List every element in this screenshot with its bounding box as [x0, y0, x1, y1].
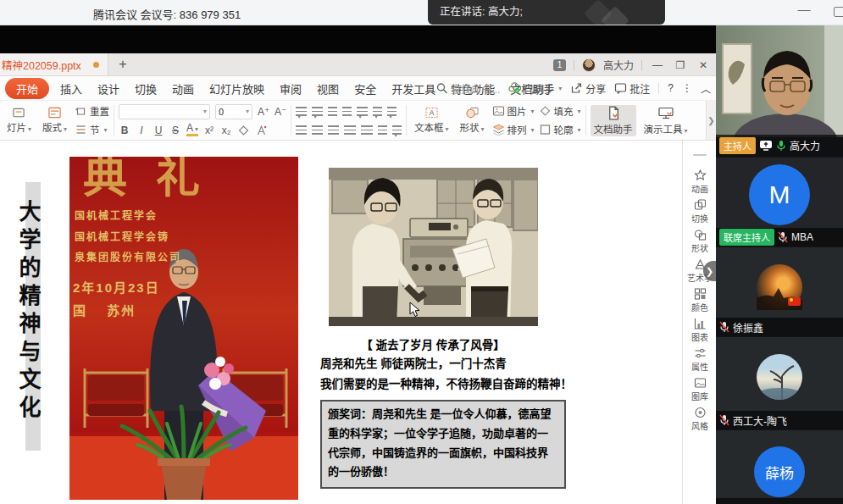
align-center-icon[interactable] — [312, 125, 323, 135]
text-direction-icon[interactable] — [357, 107, 368, 116]
indent-icon[interactable] — [342, 107, 352, 116]
line-spacing-icon[interactable] — [387, 107, 397, 116]
participant-tile-xueyang[interactable]: 薛杨 — [716, 430, 843, 504]
new-tab-button[interactable]: + — [108, 53, 137, 75]
presentation-tools-button[interactable]: 演示工具 — [641, 105, 691, 136]
align-right-icon[interactable] — [328, 125, 339, 135]
panel-item-colors[interactable]: 颜色 — [683, 288, 717, 313]
subscript-button[interactable]: x₂ — [220, 125, 232, 136]
columns-icon[interactable] — [373, 107, 382, 116]
document-tab[interactable]: 精神202059.pptx — [0, 53, 108, 75]
animation-icon — [694, 169, 707, 181]
outline-button[interactable]: 轮廓 — [539, 123, 581, 136]
arrange-button[interactable]: 排列 — [492, 123, 535, 136]
bold-button[interactable]: B — [119, 125, 130, 136]
align-left-icon[interactable] — [296, 125, 307, 135]
slide-canvas[interactable]: 大学的精神与文化 — [0, 141, 682, 504]
participant-tile-xuzhenxin[interactable]: 徐振鑫 — [716, 247, 843, 336]
panel-item-shapes[interactable]: 形状 — [683, 229, 717, 254]
ribbon-tab-security[interactable]: 安全 — [347, 77, 384, 100]
distribute-icon[interactable] — [361, 125, 373, 135]
ribbon-tab-home[interactable]: 开始 — [5, 78, 49, 99]
vertical-align-icon[interactable] — [378, 125, 387, 135]
ribbon-tab-animations[interactable]: 动画 — [164, 77, 202, 100]
panel-item-style[interactable]: 风格 — [683, 407, 717, 432]
italic-button[interactable]: I — [136, 125, 147, 136]
text-effect-icon[interactable] — [237, 125, 250, 136]
collapse-ribbon-button[interactable]: ︿ — [701, 81, 711, 96]
reset-button[interactable]: 重置 — [75, 104, 109, 118]
font-color-button[interactable]: A — [186, 124, 198, 136]
panel-item-charts[interactable]: 图表 — [683, 318, 717, 343]
historic-lab-photo[interactable] — [329, 168, 538, 326]
award-citation-box[interactable]: 颁奖词：周尧和先生 是一位令人仰慕，德高望重的科学家；一位令学子追随，功勋卓著的… — [320, 400, 566, 489]
collaborator-count-badge[interactable]: 1 — [553, 59, 566, 71]
participant-tile-mba[interactable]: M 联席主持人 MBA — [716, 158, 843, 246]
font-size-combo[interactable]: 0▾ — [215, 104, 252, 119]
strikethrough-button[interactable]: S — [169, 125, 181, 136]
meeting-minimize-button[interactable]: — — [795, 2, 813, 16]
slide-text-line-2[interactable]: 我们需要的是一种精神，不待扬鞭自奋蹄的精神！ — [320, 374, 572, 391]
account-name: 高大力 — [603, 58, 634, 72]
toolbar-scroll-right-button[interactable]: ❯ — [706, 101, 716, 140]
fill-icon — [539, 105, 552, 117]
command-search[interactable]: 查找命令... — [435, 81, 500, 96]
panel-shapes-icon — [694, 229, 707, 241]
new-slide-button[interactable]: 灯片 — [3, 106, 35, 135]
mic-muted-icon — [778, 231, 788, 243]
ribbon-tab-transitions[interactable]: 切换 — [127, 77, 164, 100]
arrange-icon — [492, 124, 505, 136]
ribbon-tab-insert[interactable]: 插入 — [53, 77, 90, 100]
ribbon-tab-view[interactable]: 视图 — [309, 77, 347, 100]
paragraph-spacing-icon[interactable] — [392, 125, 402, 135]
wps-close-button[interactable]: ✕ — [696, 59, 711, 71]
panel-handle[interactable] — [693, 154, 707, 156]
comment-button[interactable]: 批注 — [614, 81, 650, 96]
numbering-icon[interactable] — [312, 107, 323, 116]
panel-item-gallery[interactable]: 图库 — [683, 377, 717, 402]
textbox-icon: A — [425, 107, 438, 119]
outdent-icon[interactable] — [328, 107, 337, 116]
justify-icon[interactable] — [344, 125, 356, 135]
font-name-combo[interactable]: ▾ — [119, 104, 210, 119]
sync-status-button[interactable]: 已同步 — [508, 81, 562, 96]
ribbon-tab-devtools[interactable]: 开发工具 — [384, 77, 443, 100]
panel-item-transition[interactable]: 切换 — [683, 199, 717, 224]
unsaved-dot-icon — [93, 62, 99, 68]
picture-button[interactable]: 图片 — [492, 104, 535, 118]
participant-tile-gaodali[interactable]: 主持人 高大力 — [716, 25, 843, 156]
ribbon-tab-review[interactable]: 审阅 — [272, 77, 309, 100]
doc-assistant-button[interactable]: 文档助手 — [591, 105, 636, 136]
cloud-sync-icon — [508, 82, 521, 94]
participant-tile-taofei[interactable]: 西工大-陶飞 — [716, 337, 843, 429]
fill-button[interactable]: 填充 — [539, 104, 581, 118]
panel-item-properties[interactable]: 属性 — [683, 347, 717, 373]
ribbon-tab-design[interactable]: 设计 — [90, 77, 127, 100]
wps-minimize-button[interactable]: — — [650, 59, 665, 71]
bullets-icon[interactable] — [296, 107, 307, 116]
help-button[interactable]: ? — [668, 82, 674, 94]
underline-button[interactable]: U — [153, 125, 164, 136]
decrease-font-button[interactable]: A⁻ — [275, 106, 286, 118]
shapes-button[interactable]: 形状 — [457, 106, 488, 135]
share-button[interactable]: 分享 — [570, 81, 606, 96]
superscript-button[interactable]: x² — [203, 125, 215, 136]
photo-caption[interactable]: 【 逝去了岁月 传承了风骨】 — [322, 335, 544, 352]
wps-restore-button[interactable]: ❐ — [673, 59, 688, 71]
more-menu-button[interactable]: ⋮ — [682, 82, 692, 94]
increase-font-button[interactable]: A⁺ — [258, 106, 269, 118]
section-icon — [75, 124, 87, 136]
meeting-restore-button[interactable] — [834, 7, 843, 17]
layout-button[interactable]: 版式 — [39, 106, 70, 135]
section-button[interactable]: 节 — [75, 123, 109, 136]
panel-item-animation[interactable]: 动画 — [683, 169, 717, 195]
award-ceremony-photo[interactable]: 典礼 国机械工程学会 国机械工程学会铸 泉集团股份有限公司 2年10月23日 国… — [69, 157, 298, 500]
ribbon-tab-slideshow[interactable]: 幻灯片放映 — [202, 77, 272, 100]
slide-vertical-title[interactable]: 大学的精神与文化 — [13, 200, 44, 454]
share-icon — [570, 82, 583, 94]
mic-muted-icon — [719, 321, 729, 333]
character-effects-icon[interactable] — [255, 125, 268, 136]
slide-text-line-1[interactable]: 周尧和先生 师徒两院士，一门十杰青 — [320, 354, 507, 371]
textbox-button[interactable]: A 文本框 — [411, 106, 452, 135]
account-avatar[interactable] — [582, 58, 596, 72]
